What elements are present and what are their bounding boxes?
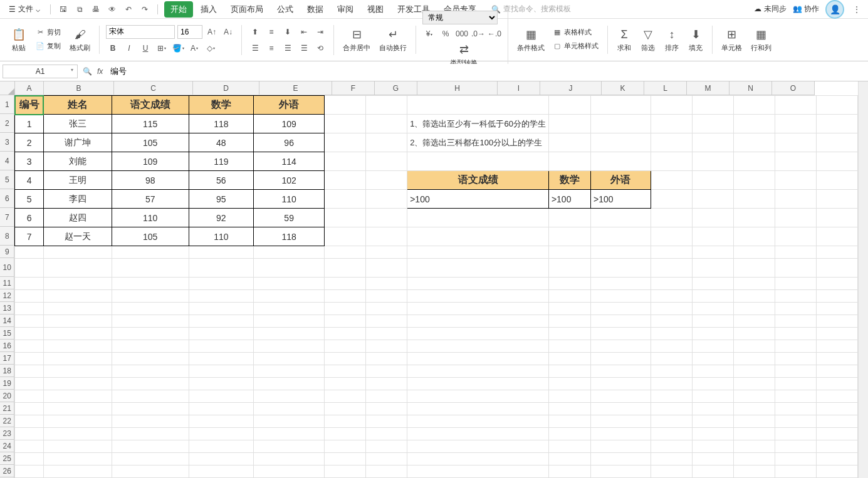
cell-N20[interactable]	[775, 390, 816, 403]
cell-K12[interactable]	[651, 290, 692, 303]
cell-N7[interactable]	[775, 209, 816, 227]
cell-K3[interactable]	[651, 133, 692, 152]
cell-L7[interactable]	[692, 209, 733, 227]
cell-L11[interactable]	[692, 278, 733, 290]
cell-L3[interactable]	[692, 133, 733, 152]
cell-N3[interactable]	[775, 133, 816, 152]
cell-E14[interactable]	[254, 315, 325, 328]
cell-E7[interactable]: 59	[254, 209, 325, 227]
cell-I26[interactable]	[548, 465, 590, 478]
cell-I14[interactable]	[548, 315, 590, 328]
cell-C24[interactable]	[112, 440, 189, 453]
cell-O12[interactable]	[816, 290, 857, 303]
cell-L24[interactable]	[692, 440, 733, 453]
border-button[interactable]: ⊞▾	[155, 41, 169, 55]
cell-H7[interactable]	[407, 209, 549, 227]
cell-O18[interactable]	[816, 365, 857, 378]
cell-H5[interactable]: 语文成绩	[407, 171, 549, 190]
cell-K16[interactable]	[651, 340, 692, 353]
cell-H11[interactable]	[407, 278, 549, 290]
cell-A7[interactable]: 6	[15, 209, 43, 227]
cell-E15[interactable]	[254, 328, 325, 340]
cell-L10[interactable]	[692, 259, 733, 278]
row-header-24[interactable]: 24	[0, 440, 14, 452]
cell-E24[interactable]	[254, 440, 325, 453]
cell-N12[interactable]	[775, 290, 816, 303]
merge-center-button[interactable]: ⊟合并居中	[340, 26, 373, 54]
cell-G18[interactable]	[366, 365, 407, 378]
cell-L1[interactable]	[692, 96, 733, 115]
cell-E17[interactable]	[254, 353, 325, 365]
cell-O13[interactable]	[816, 303, 857, 315]
cell-C4[interactable]: 109	[112, 152, 189, 171]
cell-M26[interactable]	[733, 465, 775, 478]
cell-J25[interactable]	[590, 453, 651, 465]
cell-O10[interactable]	[816, 259, 857, 278]
cell-B9[interactable]	[43, 246, 112, 259]
cell-J26[interactable]	[590, 465, 651, 478]
row-header-19[interactable]: 19	[0, 377, 14, 390]
row-header-6[interactable]: 6	[0, 189, 14, 208]
cell-O26[interactable]	[816, 465, 857, 478]
cell-E22[interactable]	[254, 415, 325, 428]
cell-O14[interactable]	[816, 315, 857, 328]
cell-O23[interactable]	[816, 428, 857, 440]
cell-K10[interactable]	[651, 259, 692, 278]
cell-F13[interactable]	[325, 303, 366, 315]
cell-A3[interactable]: 2	[15, 133, 43, 152]
cell-E9[interactable]	[254, 246, 325, 259]
cell-F3[interactable]	[325, 133, 366, 152]
cell-B22[interactable]	[43, 415, 112, 428]
cell-E20[interactable]	[254, 390, 325, 403]
cell-H9[interactable]	[407, 246, 549, 259]
fill-color-button[interactable]: 🪣▾	[171, 41, 185, 55]
cell-J9[interactable]	[590, 246, 651, 259]
cell-E11[interactable]	[254, 278, 325, 290]
cell-B12[interactable]	[43, 290, 112, 303]
cell-D15[interactable]	[189, 328, 253, 340]
save-icon[interactable]: 🖫	[57, 3, 70, 16]
sort-button[interactable]: ↕排序	[662, 26, 682, 54]
cell-A6[interactable]: 5	[15, 190, 43, 209]
cell-M14[interactable]	[733, 315, 775, 328]
cell-B7[interactable]: 赵四	[43, 209, 112, 227]
cell-G4[interactable]	[366, 152, 407, 171]
print-preview-icon[interactable]: 👁	[106, 3, 118, 16]
col-header-F[interactable]: F	[332, 81, 375, 95]
cell-G3[interactable]	[366, 133, 407, 152]
cell-E6[interactable]: 110	[254, 190, 325, 209]
cell-O8[interactable]	[816, 227, 857, 246]
cell-A22[interactable]	[15, 415, 43, 428]
cell-C20[interactable]	[112, 390, 189, 403]
save-as-icon[interactable]: ⧉	[73, 3, 86, 16]
col-header-N[interactable]: N	[729, 81, 772, 95]
cell-A9[interactable]	[15, 246, 43, 259]
cell-M15[interactable]	[733, 328, 775, 340]
cell-I15[interactable]	[548, 328, 590, 340]
cell-F18[interactable]	[325, 365, 366, 378]
cell-G20[interactable]	[366, 390, 407, 403]
cell-D25[interactable]	[189, 453, 253, 465]
cell-I24[interactable]	[548, 440, 590, 453]
cell-E10[interactable]	[254, 259, 325, 278]
cell-B13[interactable]	[43, 303, 112, 315]
cell-J24[interactable]	[590, 440, 651, 453]
cell-I3[interactable]	[548, 133, 590, 152]
redo-icon[interactable]: ↷	[139, 3, 151, 16]
cell-F22[interactable]	[325, 415, 366, 428]
cut-button[interactable]: ✂剪切	[33, 26, 63, 38]
cell-L14[interactable]	[692, 315, 733, 328]
cell-K7[interactable]	[651, 209, 692, 227]
cell-L26[interactable]	[692, 465, 733, 478]
cell-K14[interactable]	[651, 315, 692, 328]
cell-J4[interactable]	[590, 152, 651, 171]
row-header-7[interactable]: 7	[0, 208, 14, 227]
cell-F21[interactable]	[325, 403, 366, 415]
cell-F12[interactable]	[325, 290, 366, 303]
cell-F11[interactable]	[325, 278, 366, 290]
cell-I22[interactable]	[548, 415, 590, 428]
cell-B14[interactable]	[43, 315, 112, 328]
cell-G2[interactable]	[366, 115, 407, 133]
row-header-4[interactable]: 4	[0, 152, 14, 170]
font-color-button[interactable]: A▾	[187, 41, 201, 55]
